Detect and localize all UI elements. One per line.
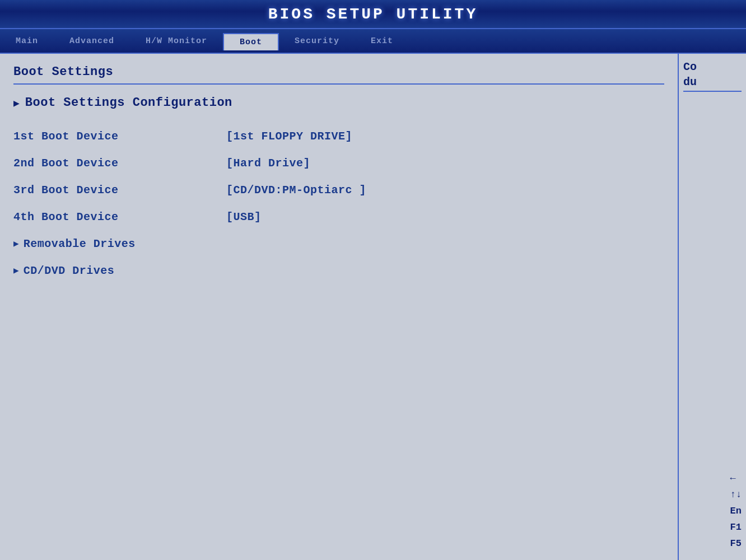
right-sidebar: Co du ← ↑↓ En F1 F5 <box>679 54 746 560</box>
section-divider <box>13 83 664 85</box>
tab-boot[interactable]: Boot <box>223 33 279 50</box>
title-bar: BIOS SETUP UTILITY <box>0 0 746 29</box>
main-panel: Boot Settings ▶ Boot Settings Configurat… <box>0 54 679 560</box>
sidebar-title-co: Co <box>683 60 697 73</box>
boot-device-values: [1st FLOPPY DRIVE] [Hard Drive] [CD/DVD:… <box>226 125 664 287</box>
cddvd-drives-arrow-icon: ▶ <box>13 265 19 276</box>
boot-device-1st-value-row: [1st FLOPPY DRIVE] <box>226 125 664 147</box>
removable-drives-label: Removable Drives <box>24 237 136 250</box>
cddvd-drives-label: CD/DVD Drives <box>24 264 115 277</box>
key-f1: F1 <box>730 522 742 533</box>
boot-device-3rd-label: 3rd Boot Device <box>13 184 119 197</box>
tab-main[interactable]: Main <box>0 33 54 49</box>
removable-drives-arrow-icon: ▶ <box>13 238 19 249</box>
boot-device-1st-label: 1st Boot Device <box>13 130 119 143</box>
section-title: Boot Settings <box>13 65 664 79</box>
nav-bar: Main Advanced H/W Monitor Boot Security … <box>0 29 746 54</box>
config-item-label: Boot Settings Configuration <box>25 96 232 110</box>
bios-screen: BIOS SETUP UTILITY Main Advanced H/W Mon… <box>0 0 746 560</box>
key-up-down-arrow: ↑↓ <box>730 489 742 500</box>
key-enter: En <box>730 506 742 516</box>
boot-device-3rd-value-row: [CD/DVD:PM-Optiarc ] <box>226 179 664 200</box>
boot-device-4th-label: 4th Boot Device <box>13 211 119 223</box>
boot-device-4th-value-row: [USB] <box>226 206 664 227</box>
boot-device-4th-label-row[interactable]: 4th Boot Device <box>13 206 226 227</box>
boot-device-labels: 1st Boot Device 2nd Boot Device 3rd Boot… <box>13 125 226 287</box>
cddvd-drives-item[interactable]: ▶ CD/DVD Drives <box>13 260 226 281</box>
boot-device-1st-label-row[interactable]: 1st Boot Device <box>13 125 226 147</box>
boot-device-3rd-value: [CD/DVD:PM-Optiarc ] <box>226 184 366 197</box>
boot-device-2nd-value-row: [Hard Drive] <box>226 152 664 174</box>
tab-hw-monitor[interactable]: H/W Monitor <box>130 33 223 49</box>
boot-devices-container: 1st Boot Device 2nd Boot Device 3rd Boot… <box>13 125 664 287</box>
sidebar-keys: ← ↑↓ En F1 F5 <box>730 473 742 549</box>
sidebar-title-du: du <box>683 76 697 88</box>
boot-device-4th-value: [USB] <box>226 211 262 223</box>
tab-exit[interactable]: Exit <box>355 33 409 49</box>
boot-settings-config-item[interactable]: ▶ Boot Settings Configuration <box>13 96 664 110</box>
removable-drives-item[interactable]: ▶ Removable Drives <box>13 233 226 254</box>
key-f5: F5 <box>730 538 742 549</box>
config-arrow-icon: ▶ <box>13 97 20 109</box>
boot-device-1st-value: [1st FLOPPY DRIVE] <box>226 130 352 143</box>
key-left-arrow: ← <box>730 473 742 484</box>
boot-device-2nd-value: [Hard Drive] <box>226 157 310 170</box>
tab-security[interactable]: Security <box>279 33 355 49</box>
boot-device-2nd-label-row[interactable]: 2nd Boot Device <box>13 152 226 174</box>
content-area: Boot Settings ▶ Boot Settings Configurat… <box>0 54 746 560</box>
boot-device-3rd-label-row[interactable]: 3rd Boot Device <box>13 179 226 200</box>
bios-title: BIOS SETUP UTILITY <box>268 6 478 23</box>
boot-device-2nd-label: 2nd Boot Device <box>13 157 119 170</box>
sidebar-divider <box>683 91 742 92</box>
tab-advanced[interactable]: Advanced <box>54 33 130 49</box>
